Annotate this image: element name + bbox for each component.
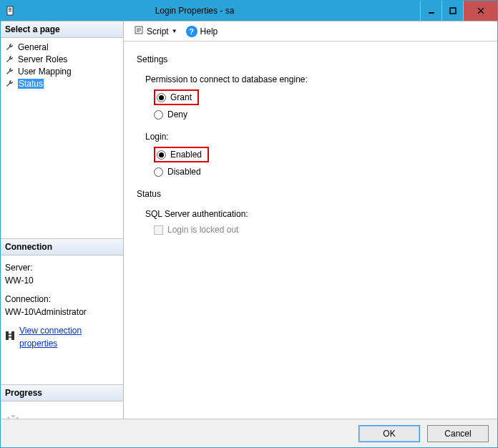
radio-enabled[interactable] — [157, 150, 166, 160]
settings-heading: Settings — [137, 54, 484, 64]
wrench-icon — [5, 54, 15, 64]
body: Select a page General Server Roles User … — [1, 21, 497, 419]
ok-button[interactable]: OK — [358, 425, 420, 442]
sidebar-item-label: Server Roles — [18, 54, 67, 64]
maximize-button[interactable] — [441, 1, 463, 21]
script-label: Script — [147, 26, 169, 36]
select-page-header: Select a page — [1, 21, 123, 38]
grant-highlight: Grant — [154, 89, 199, 105]
toolbar: Script ▼ ? Help — [124, 21, 497, 42]
connection-panel: Connection Server: WW-10 Connection: WW-… — [1, 238, 123, 384]
radio-deny[interactable] — [154, 110, 163, 120]
connection-header: Connection — [1, 239, 123, 255]
cancel-button[interactable]: Cancel — [427, 425, 489, 442]
sidebar-item-user-mapping[interactable]: User Mapping — [1, 65, 123, 77]
permission-label: Permission to connect to database engine… — [145, 74, 484, 84]
login-properties-window: Login Properties - sa Select a page Gene… — [0, 0, 498, 448]
locked-out-checkbox — [154, 225, 163, 235]
connection-properties-icon — [5, 331, 15, 344]
wrench-icon — [5, 42, 15, 52]
sidebar-item-label: Status — [18, 79, 44, 89]
close-button[interactable] — [463, 1, 497, 21]
sidebar-item-general[interactable]: General — [1, 41, 123, 53]
sidebar-item-server-roles[interactable]: Server Roles — [1, 53, 123, 65]
main-panel: Script ▼ ? Help Settings Permission to c… — [124, 21, 497, 419]
svg-rect-5 — [450, 8, 456, 14]
wrench-icon — [5, 79, 15, 89]
locked-out-row: Login is locked out — [154, 225, 484, 235]
window-buttons — [420, 1, 497, 21]
server-label: Server: — [5, 261, 119, 274]
radio-enabled-label: Enabled — [170, 150, 202, 160]
svg-line-6 — [478, 8, 484, 14]
enabled-highlight: Enabled — [154, 147, 209, 162]
connection-value: WW-10\Administrator — [5, 306, 119, 318]
radio-deny-label: Deny — [167, 109, 187, 120]
sql-auth-label: SQL Server authentication: — [145, 209, 484, 219]
help-label: Help — [200, 26, 218, 36]
help-icon: ? — [186, 26, 197, 37]
help-button[interactable]: ? Help — [183, 24, 221, 39]
status-heading: Status — [137, 189, 484, 199]
footer: OK Cancel — [1, 419, 497, 447]
svg-rect-8 — [6, 331, 9, 340]
progress-header: Progress — [1, 385, 123, 401]
sidebar-item-status[interactable]: Status — [1, 77, 123, 89]
sidebar: Select a page General Server Roles User … — [1, 21, 124, 419]
content-area: Settings Permission to connect to databa… — [124, 42, 497, 419]
page-list: General Server Roles User Mapping Status — [1, 38, 123, 238]
login-label: Login: — [145, 132, 484, 142]
view-connection-properties-link[interactable]: View connection properties — [19, 324, 119, 350]
svg-rect-9 — [11, 331, 14, 340]
wrench-icon — [5, 67, 15, 77]
radio-grant[interactable] — [157, 93, 166, 102]
sidebar-item-label: User Mapping — [18, 67, 72, 77]
server-value: WW-10 — [5, 274, 119, 287]
radio-grant-label: Grant — [170, 92, 192, 102]
minimize-button[interactable] — [420, 1, 441, 21]
connection-label: Connection: — [5, 293, 119, 306]
connection-content: Server: WW-10 Connection: WW-10\Administ… — [1, 255, 123, 384]
script-icon — [134, 25, 144, 37]
window-title: Login Properties - sa — [0, 6, 420, 16]
radio-disabled[interactable] — [154, 167, 163, 177]
script-button[interactable]: Script ▼ — [131, 24, 180, 39]
locked-out-label: Login is locked out — [167, 225, 238, 235]
svg-line-7 — [478, 8, 484, 14]
titlebar[interactable]: Login Properties - sa — [1, 1, 497, 21]
sidebar-item-label: General — [18, 42, 49, 52]
chevron-down-icon[interactable]: ▼ — [172, 28, 177, 34]
radio-disabled-label: Disabled — [167, 167, 201, 177]
